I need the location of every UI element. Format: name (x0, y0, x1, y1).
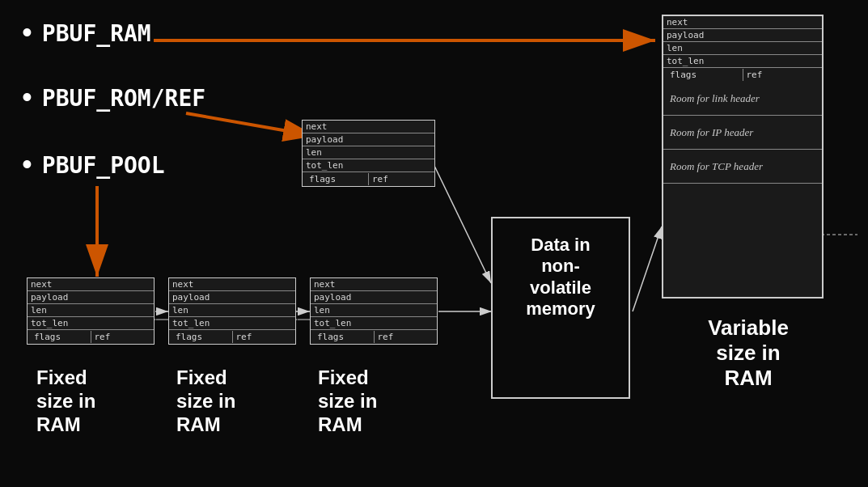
pool3-struct: next payload len tot_len flags ref (310, 277, 438, 345)
room-ip-header-section: Room for IP header (663, 116, 822, 150)
bullet-pbuf-pool: • PBUF_POOL (20, 152, 165, 179)
struct-row-next-p3: next (311, 278, 437, 291)
bullet-dot-pool: • (20, 152, 34, 179)
struct-row-flags-p1: flags ref (28, 330, 154, 344)
bullet-pbuf-rom: • PBUF_ROM/REF (20, 85, 205, 112)
struct-row-totlen-p1: tot_len (28, 317, 154, 330)
struct-row-payload-p2: payload (169, 291, 295, 304)
fixed-size-label-3: Fixedsize inRAM (318, 366, 431, 436)
pbuf-ram-label: PBUF_RAM (42, 20, 151, 47)
struct-row-flags-p2: flags ref (169, 330, 295, 344)
struct-row-totlen-ram: tot_len (663, 55, 822, 68)
bullet-dot-ram: • (20, 20, 34, 47)
data-nonvolatile-label: Data innon-volatilememory (496, 235, 625, 320)
struct-row-len-ram: len (663, 42, 822, 55)
room-link-header-section: Room for link header (663, 82, 822, 116)
struct-row-len-mid: len (303, 146, 434, 159)
fixed-size-label-1: Fixedsize inRAM (36, 366, 150, 436)
struct-row-len-p2: len (169, 304, 295, 317)
struct-row-payload-ram: payload (663, 29, 822, 42)
struct-row-flags-mid: flags ref (303, 172, 434, 186)
struct-row-totlen-mid: tot_len (303, 159, 434, 172)
struct-row-len-p3: len (311, 304, 437, 317)
pool2-struct: next payload len tot_len flags ref (168, 277, 296, 345)
pbuf-rom-arrow (186, 113, 315, 136)
room-ip-header-text: Room for IP header (663, 123, 760, 142)
struct-row-payload-p3: payload (311, 291, 437, 304)
room-link-header-text: Room for link header (663, 89, 766, 108)
struct-row-payload-p1: payload (28, 291, 154, 304)
bullet-dot-rom: • (20, 85, 34, 112)
struct-row-flags-ram: flags ref (663, 68, 822, 82)
variable-size-section (663, 184, 822, 297)
struct-row-next-mid: next (303, 121, 434, 133)
struct-row-next-p1: next (28, 278, 154, 291)
struct-row-next-p2: next (169, 278, 295, 291)
data-to-ram-arrow (633, 227, 662, 311)
struct-row-next-ram: next (663, 16, 822, 29)
pool1-struct: next payload len tot_len flags ref (27, 277, 155, 345)
pbuf-pool-label: PBUF_POOL (42, 152, 165, 179)
fixed-size-label-2: Fixedsize inRAM (176, 366, 290, 436)
room-tcp-header-text: Room for TCP header (663, 157, 769, 176)
right-ram-struct: next payload len tot_len flags ref Room … (662, 15, 824, 299)
room-tcp-header-section: Room for TCP header (663, 150, 822, 184)
diagram-container: • PBUF_RAM • PBUF_ROM/REF • PBUF_POOL ne… (0, 0, 868, 487)
pbuf-rom-label: PBUF_ROM/REF (42, 85, 205, 112)
struct-row-totlen-p2: tot_len (169, 317, 295, 330)
top-middle-struct: next payload len tot_len flags ref (302, 120, 435, 187)
struct-row-len-p1: len (28, 304, 154, 317)
topmiddle-to-data-arrow (434, 166, 491, 283)
struct-row-payload-mid: payload (303, 133, 434, 146)
bullet-pbuf-ram: • PBUF_RAM (20, 20, 151, 47)
variable-size-label: Variablesize inRAM (680, 315, 817, 392)
struct-row-totlen-p3: tot_len (311, 317, 437, 330)
struct-row-flags-p3: flags ref (311, 330, 437, 344)
